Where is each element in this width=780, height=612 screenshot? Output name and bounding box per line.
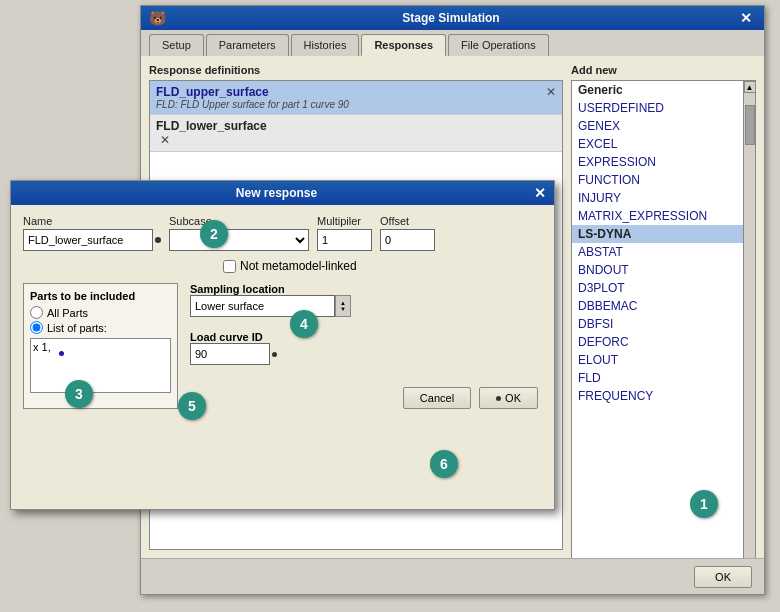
tab-histories[interactable]: Histories — [291, 34, 360, 56]
name-field-group: Name — [23, 215, 161, 251]
all-parts-row[interactable]: All Parts — [30, 306, 171, 319]
tab-file-operations[interactable]: File Operations — [448, 34, 549, 56]
load-curve-dot — [272, 352, 277, 357]
cancel-button[interactable]: Cancel — [403, 387, 471, 409]
response-desc-upper: FLD: FLD Upper surface for part 1 curve … — [156, 99, 349, 110]
dialog-lower: Parts to be included All Parts List of p… — [23, 283, 542, 409]
add-new-abstat[interactable]: ABSTAT — [572, 243, 743, 261]
response-definitions-label: Response definitions — [149, 64, 563, 76]
annotation-2: 2 — [200, 220, 228, 248]
list-parts-label: List of parts: — [47, 322, 107, 334]
tab-parameters[interactable]: Parameters — [206, 34, 289, 56]
response-name-upper: FLD_upper_surface — [156, 85, 349, 99]
bottom-bar: OK — [141, 558, 764, 594]
dialog-buttons: Cancel OK — [190, 387, 542, 409]
add-new-lsdyna[interactable]: LS-DYNA — [572, 225, 743, 243]
dialog-fields-row1: Name Subcase Multipiler Offset — [23, 215, 542, 251]
multiplier-input[interactable] — [317, 229, 372, 251]
offset-field-group: Offset — [380, 215, 435, 251]
multiplier-field-group: Multipiler — [317, 215, 372, 251]
parts-list-value: x 1, — [33, 341, 51, 353]
parts-panel: Parts to be included All Parts List of p… — [23, 283, 178, 409]
add-new-userdefined[interactable]: USERDEFINED — [572, 99, 743, 117]
add-new-bndout[interactable]: BNDOUT — [572, 261, 743, 279]
response-item-lower[interactable]: FLD_lower_surface ✕ — [150, 115, 562, 152]
add-new-generic: Generic — [572, 81, 743, 99]
add-new-dbfsi[interactable]: DBFSI — [572, 315, 743, 333]
main-close-button[interactable]: ✕ — [736, 10, 756, 26]
name-input[interactable] — [23, 229, 153, 251]
dialog-body: Name Subcase Multipiler Offset — [11, 205, 554, 419]
add-new-dbbemac[interactable]: DBBEMAC — [572, 297, 743, 315]
list-parts-radio[interactable] — [30, 321, 43, 334]
metamodel-checkbox-row: Not metamodel-linked — [223, 259, 542, 273]
add-new-function[interactable]: FUNCTION — [572, 171, 743, 189]
response-name-lower: FLD_lower_surface — [156, 119, 556, 133]
load-curve-section: Load curve ID — [190, 331, 542, 365]
parts-dot — [59, 351, 64, 356]
response-close-lower[interactable]: ✕ — [160, 133, 170, 147]
dialog-title: New response — [19, 186, 534, 200]
parts-list-box[interactable]: x 1, — [30, 338, 171, 393]
offset-input[interactable] — [380, 229, 435, 251]
right-panel: Add new Generic USERDEFINED GENEX EXCEL … — [571, 64, 756, 580]
scroll-thumb[interactable] — [745, 105, 755, 145]
add-new-genex[interactable]: GENEX — [572, 117, 743, 135]
annotation-5: 5 — [178, 392, 206, 420]
add-new-fld[interactable]: FLD — [572, 369, 743, 387]
add-new-matrix-expression[interactable]: MATRIX_EXPRESSION — [572, 207, 743, 225]
scroll-up-btn[interactable]: ▲ — [744, 81, 756, 93]
sampling-arrow-btn[interactable]: ▲ ▼ — [335, 295, 351, 317]
add-new-elout[interactable]: ELOUT — [572, 351, 743, 369]
main-title: Stage Simulation — [166, 11, 736, 25]
metamodel-checkbox[interactable] — [223, 260, 236, 273]
parts-title: Parts to be included — [30, 290, 171, 302]
load-curve-label: Load curve ID — [190, 331, 542, 343]
subcase-select[interactable] — [169, 229, 309, 251]
add-new-label: Add new — [571, 64, 756, 76]
dialog-titlebar: New response ✕ — [11, 181, 554, 205]
response-item-upper[interactable]: FLD_upper_surface FLD: FLD Upper surface… — [150, 81, 562, 115]
main-ok-button[interactable]: OK — [694, 566, 752, 588]
add-new-expression[interactable]: EXPRESSION — [572, 153, 743, 171]
tab-bar: Setup Parameters Histories Responses Fil… — [141, 30, 764, 56]
main-titlebar: 🐻 Stage Simulation ✕ — [141, 6, 764, 30]
name-label: Name — [23, 215, 161, 227]
annotation-4: 4 — [290, 310, 318, 338]
sampling-select-row: ▲ ▼ — [190, 295, 542, 317]
scrollbar[interactable]: ▲ ▼ — [743, 81, 755, 579]
name-dot — [155, 237, 161, 243]
all-parts-radio[interactable] — [30, 306, 43, 319]
new-response-dialog: New response ✕ Name Subcase — [10, 180, 555, 510]
annotation-6: 6 — [430, 450, 458, 478]
add-new-excel[interactable]: EXCEL — [572, 135, 743, 153]
annotation-3: 3 — [65, 380, 93, 408]
offset-label: Offset — [380, 215, 435, 227]
metamodel-label: Not metamodel-linked — [240, 259, 357, 273]
sampling-label: Sampling location — [190, 283, 542, 295]
subcase-field-group: Subcase — [169, 215, 309, 251]
add-new-frequency[interactable]: FREQUENCY — [572, 387, 743, 405]
dialog-close-button[interactable]: ✕ — [534, 185, 546, 201]
list-of-parts-row[interactable]: List of parts: — [30, 321, 171, 334]
add-new-d3plot[interactable]: D3PLOT — [572, 279, 743, 297]
load-curve-input[interactable] — [190, 343, 270, 365]
tab-responses[interactable]: Responses — [361, 34, 446, 56]
response-close-upper[interactable]: ✕ — [546, 85, 556, 99]
sampling-section: Sampling location ▲ ▼ — [190, 283, 542, 317]
multiplier-label: Multipiler — [317, 215, 372, 227]
sampling-panel: Sampling location ▲ ▼ Load curve ID — [190, 283, 542, 409]
dialog-ok-button[interactable]: OK — [479, 387, 538, 409]
tab-setup[interactable]: Setup — [149, 34, 204, 56]
dialog-ok-dot — [496, 396, 501, 401]
app-icon: 🐻 — [149, 10, 166, 26]
dialog-ok-label: OK — [505, 392, 521, 404]
all-parts-label: All Parts — [47, 307, 88, 319]
arrow-down-icon: ▼ — [340, 306, 346, 312]
subcase-label: Subcase — [169, 215, 309, 227]
add-new-injury[interactable]: INJURY — [572, 189, 743, 207]
annotation-1: 1 — [690, 490, 718, 518]
add-new-deforc[interactable]: DEFORC — [572, 333, 743, 351]
